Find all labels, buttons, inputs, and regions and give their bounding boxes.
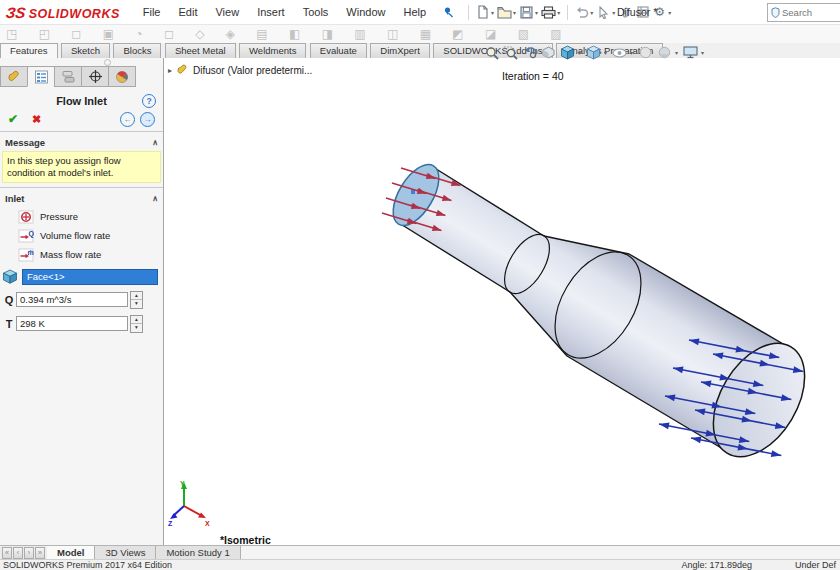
message-text: In this step you assign flow condition a… [2, 151, 161, 183]
print-caret-icon[interactable]: ▾ [557, 9, 560, 16]
tab-dimxpert[interactable]: DimXpert [370, 43, 430, 58]
hide-show-items-icon[interactable] [611, 45, 628, 61]
t-label: T [2, 318, 16, 330]
iteration-annotation: Iteration = 40 [502, 70, 564, 82]
property-manager-title: Flow Inlet [0, 95, 163, 107]
open-caret-icon[interactable]: ▾ [513, 9, 516, 16]
stepper-down-icon[interactable]: ▾ [131, 324, 142, 332]
apply-scene-icon[interactable] [656, 45, 673, 61]
configuration-manager-tab-icon[interactable] [54, 66, 82, 87]
search-box[interactable] [767, 3, 840, 22]
menu-insert[interactable]: Insert [248, 0, 294, 24]
tab-3d-views[interactable]: 3D Views [95, 546, 156, 560]
prev-tab-icon[interactable]: ‹ [13, 547, 23, 559]
menu-window[interactable]: Window [337, 0, 394, 24]
display-style-caret-icon[interactable]: ▾ [604, 49, 607, 56]
feature-manager-tab-icon[interactable] [0, 66, 28, 87]
view-orientation-cube-icon[interactable] [559, 45, 576, 61]
first-tab-icon[interactable]: « [2, 547, 12, 559]
pressure-icon [18, 210, 34, 224]
hide-show-caret-icon[interactable]: ▾ [630, 49, 633, 56]
main-area: Flow Inlet ? ✔ ✖ ← → Message ∧ In this s… [0, 58, 840, 546]
feature-tree-item-label[interactable]: Difusor (Valor predetermi... [193, 65, 312, 76]
undo-caret-icon[interactable]: ▾ [590, 9, 593, 16]
apply-scene-caret-icon[interactable]: ▾ [675, 49, 678, 56]
save-icon[interactable] [518, 4, 535, 21]
section-view-icon[interactable] [540, 45, 557, 61]
options-caret-icon[interactable]: ▾ [668, 9, 671, 16]
new-document-icon[interactable] [474, 4, 491, 21]
view-settings-caret-icon[interactable]: ▾ [701, 49, 704, 56]
new-caret-icon[interactable]: ▾ [491, 9, 494, 16]
menu-help[interactable]: Help [394, 0, 435, 24]
message-section-header[interactable]: Message ∧ [0, 135, 163, 150]
forward-button[interactable]: → [140, 112, 155, 127]
select-cursor-icon[interactable] [595, 4, 612, 21]
search-input[interactable] [780, 6, 836, 19]
select-caret-icon[interactable]: ▾ [612, 9, 615, 16]
collapse-chevron-icon[interactable]: ∧ [152, 138, 158, 147]
help-icon[interactable]: ? [142, 94, 156, 108]
solidworks-window: { "window": { "logo_mark": "ЗS", "logo":… [0, 0, 840, 570]
pressure-option[interactable]: Pressure [18, 209, 163, 225]
previous-view-icon[interactable] [521, 45, 538, 61]
display-style-icon[interactable] [585, 45, 602, 61]
stepper-up-icon[interactable]: ▴ [131, 292, 142, 301]
undo-icon[interactable] [573, 4, 590, 21]
temperature-input[interactable] [16, 316, 128, 331]
zoom-to-area-icon[interactable] [502, 45, 519, 61]
tab-sketch[interactable]: Sketch [61, 43, 110, 58]
tab-motion-study-1[interactable]: Motion Study 1 [156, 546, 240, 560]
view-orientation-caret-icon[interactable]: ▾ [578, 49, 581, 56]
model-canvas[interactable] [164, 58, 840, 546]
logo-mark: ЗS [5, 4, 27, 21]
property-manager-body: Flow Inlet ? ✔ ✖ ← → Message ∧ In this s… [0, 92, 163, 546]
zoom-to-fit-icon[interactable] [483, 45, 500, 61]
pin-menu-icon[interactable] [443, 6, 455, 18]
temperature-stepper[interactable]: ▴ ▾ [130, 315, 143, 333]
dimxpert-manager-tab-icon[interactable] [81, 66, 109, 87]
tree-expand-icon[interactable]: ▸ [168, 66, 172, 75]
face-selection-box[interactable]: Face<1> [22, 269, 158, 285]
cancel-button[interactable]: ✖ [32, 113, 41, 126]
tab-features[interactable]: Features [0, 43, 58, 58]
menu-file[interactable]: File [134, 0, 170, 24]
menu-tools[interactable]: Tools [294, 0, 338, 24]
inlet-section-header[interactable]: Inlet ∧ [0, 191, 163, 206]
tab-sheet-metal[interactable]: Sheet Metal [165, 43, 236, 58]
flyout-feature-tree[interactable]: ▸ Difusor (Valor predetermi... [168, 64, 312, 76]
tab-blocks[interactable]: Blocks [113, 43, 161, 58]
flow-rate-field-row: Q ▴ ▾ [2, 291, 161, 309]
edit-appearance-icon[interactable] [637, 45, 654, 61]
open-document-icon[interactable] [496, 4, 513, 21]
tab-weldments[interactable]: Weldments [239, 43, 306, 58]
triad-z-label: Z [168, 520, 173, 527]
menu-view[interactable]: View [206, 0, 248, 24]
orientation-triad: Y X Z [168, 478, 214, 528]
print-icon[interactable] [540, 4, 557, 21]
display-manager-tab-icon[interactable] [108, 66, 136, 87]
volume-flow-rate-option[interactable]: Q Volume flow rate [18, 228, 163, 244]
graphics-viewport[interactable]: ▸ Difusor (Valor predetermi... Iteration… [164, 58, 840, 546]
mass-flow-rate-option[interactable]: ṁ Mass flow rate [18, 247, 163, 263]
mass-flow-rate-icon: ṁ [18, 248, 34, 262]
tab-model[interactable]: Model [47, 546, 95, 560]
property-manager-tab-icon[interactable] [27, 66, 55, 87]
view-settings-monitor-icon[interactable] [682, 45, 699, 61]
ok-button[interactable]: ✔ [8, 112, 18, 126]
tab-scroll-buttons: « ‹ › » [0, 546, 47, 560]
tab-evaluate[interactable]: Evaluate [310, 43, 367, 58]
volume-flow-rate-icon: Q [18, 229, 34, 243]
panel-splitter-handle[interactable] [104, 59, 111, 66]
next-tab-icon[interactable]: › [24, 547, 34, 559]
stepper-up-icon[interactable]: ▴ [131, 316, 142, 325]
back-button[interactable]: ← [120, 112, 135, 127]
stepper-down-icon[interactable]: ▾ [131, 300, 142, 308]
flow-rate-stepper[interactable]: ▴ ▾ [130, 291, 143, 309]
collapse-chevron-icon[interactable]: ∧ [152, 194, 158, 203]
last-tab-icon[interactable]: » [35, 547, 45, 559]
view-orientation-label: *Isometric [220, 534, 271, 546]
flow-rate-input[interactable] [16, 292, 128, 307]
menu-edit[interactable]: Edit [170, 0, 207, 24]
save-caret-icon[interactable]: ▾ [535, 9, 538, 16]
